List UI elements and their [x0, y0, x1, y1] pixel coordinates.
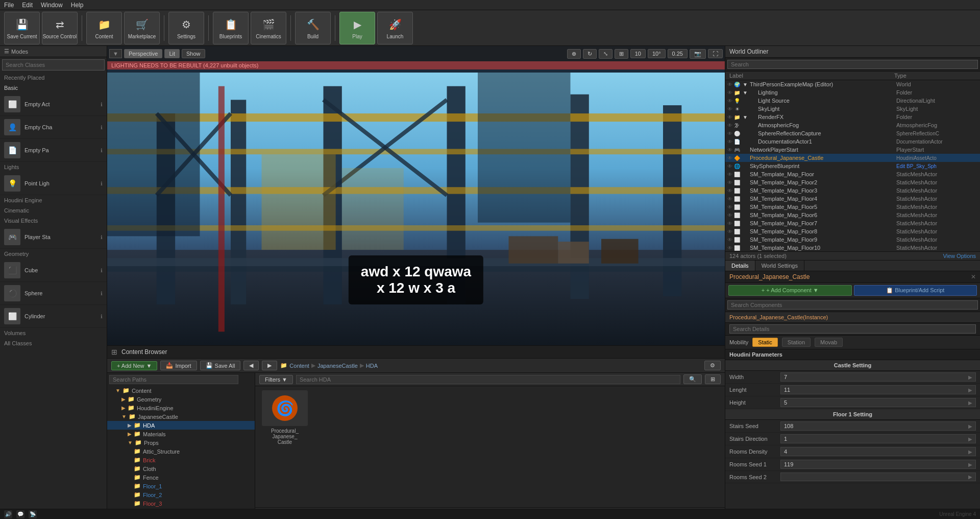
vp-perspective-btn[interactable]: Perspective: [124, 49, 162, 58]
add-component-button[interactable]: + + Add Component ▼: [728, 285, 852, 296]
mobility-station-button[interactable]: Station: [782, 338, 811, 347]
breadcrumb-hda[interactable]: HDA: [366, 363, 378, 369]
category-houdini[interactable]: Houdini Engine: [0, 195, 107, 205]
filters-button[interactable]: Filters ▼: [259, 375, 293, 384]
status-icon-2[interactable]: 💬: [16, 510, 24, 518]
vp-camera[interactable]: 📷: [690, 49, 706, 59]
outliner-floor3[interactable]: 👁⬜ SM_Template_Map_Floor3 StaticMeshActo…: [725, 186, 980, 195]
tree-cloth[interactable]: 📁 Cloth: [107, 464, 255, 473]
placement-item-empty-act[interactable]: ⬜ Empty Act ℹ: [0, 93, 107, 116]
placement-item-cylinder[interactable]: ⬜ Cylinder ℹ: [0, 305, 107, 328]
launch-button[interactable]: 🚀 Launch: [377, 12, 413, 44]
outliner-search-input[interactable]: [727, 60, 978, 69]
menu-help[interactable]: Help: [71, 2, 84, 9]
tab-details[interactable]: Details: [725, 261, 755, 271]
tree-houdini-engine[interactable]: ▶ 📁 HoudiniEngine: [107, 404, 255, 412]
vp-angle[interactable]: 10°: [648, 49, 666, 58]
outliner-renderfx[interactable]: 👁 📁 ▼ RenderFX Folder: [725, 113, 980, 121]
param-stairs-seed-value[interactable]: 108 ▶: [780, 421, 976, 431]
search-hda-input[interactable]: [296, 375, 680, 384]
outliner-doc-actor[interactable]: 👁 📄 DocumentationActor1 DocumentationAct…: [725, 137, 980, 146]
search-details-input[interactable]: [729, 324, 976, 334]
category-cinematic[interactable]: Cinematic: [0, 205, 107, 216]
import-button[interactable]: 📥 Import: [160, 361, 197, 370]
category-all-classes[interactable]: All Classes: [0, 338, 107, 348]
outliner-sphere-reflect[interactable]: 👁 ⚪ SphereReflectionCapture SphereReflec…: [725, 129, 980, 137]
tab-world-settings[interactable]: World Settings: [755, 261, 804, 271]
content-button[interactable]: 📁 Content: [86, 12, 122, 44]
outliner-atmospheric-fog[interactable]: 👁 🌫 AtmosphericFog AtmosphericFog: [725, 121, 980, 129]
search-components-input[interactable]: [727, 300, 978, 310]
placement-item-sphere[interactable]: ⚫ Sphere ℹ: [0, 282, 107, 305]
category-lights[interactable]: Lights: [0, 162, 107, 172]
vp-translate-btn[interactable]: ⊕: [567, 49, 581, 59]
vp-scale-val[interactable]: 0.25: [668, 49, 688, 58]
outliner-network-player[interactable]: 👁 🎮 NetworkPlayerStart PlayerStart: [725, 146, 980, 154]
vp-grid-size[interactable]: 10: [630, 49, 646, 58]
cb-forward-button[interactable]: ▶: [262, 361, 277, 370]
category-basic[interactable]: Basic: [0, 83, 107, 93]
vp-scale-btn[interactable]: ⤡: [599, 49, 612, 59]
viewport[interactable]: ▼ Perspective Lit Show ⊕ ↻ ⤡ ⊞ 10 10° 0.…: [107, 46, 725, 345]
outliner-sky-sphere[interactable]: 👁 🌐 SkySphereBlueprint Edit BP_Sky_Sph: [725, 162, 980, 170]
param-lenght-value[interactable]: 11 ▶: [780, 385, 976, 394]
asset-procedural-japanese-castle[interactable]: 🌀 Procedural_Japanese_Castle: [259, 390, 310, 445]
tree-japanese-castle[interactable]: ▼ 📁 JapaneseCastle: [107, 412, 255, 421]
view-options-link[interactable]: View Options: [943, 253, 976, 259]
tree-attic[interactable]: 📁 Attic_Structure: [107, 447, 255, 456]
marketplace-button[interactable]: 🛒 Marketplace: [124, 12, 160, 44]
cb-view-options-button[interactable]: ⊞: [705, 374, 721, 384]
menu-window[interactable]: Window: [41, 2, 63, 9]
outliner-procedural-castle[interactable]: 👁 🔶 Procedural_Japanese_Castle HoudiniAs…: [725, 154, 980, 162]
outliner-floor4[interactable]: 👁⬜ SM_Template_Map_Floor4 StaticMeshActo…: [725, 195, 980, 203]
param-rooms-density-value[interactable]: 4 ▶: [780, 447, 976, 456]
tree-props[interactable]: ▼ 📁 Props: [107, 438, 255, 447]
tree-content[interactable]: ▼ 📁 Content: [107, 386, 255, 395]
vp-rotate-btn[interactable]: ↻: [583, 49, 597, 59]
tree-floor1[interactable]: 📁 Floor_1: [107, 482, 255, 490]
outliner-world[interactable]: 👁 🌍 ▼ ThirdPersonExampleMap (Editor) Wor…: [725, 80, 980, 88]
outliner-floor7[interactable]: 👁⬜ SM_Template_Map_Floor7 StaticMeshActo…: [725, 219, 980, 227]
cinematics-button[interactable]: 🎬 Cinematics: [251, 12, 286, 44]
vp-show-btn[interactable]: Show: [182, 49, 205, 58]
param-height-value[interactable]: 5 ▶: [780, 398, 976, 407]
outliner-floor10[interactable]: 👁⬜ SM_Template_Map_Floor10 StaticMeshAct…: [725, 244, 980, 251]
blueprints-button[interactable]: 📋 Blueprints: [213, 12, 249, 44]
vp-dropdown[interactable]: ▼: [109, 49, 122, 58]
tree-geometry[interactable]: ▶ 📁 Geometry: [107, 395, 255, 404]
blueprint-add-script-button[interactable]: 📋 Blueprint/Add Script: [854, 285, 977, 296]
placement-item-empty-cha[interactable]: 👤 Empty Cha ℹ: [0, 116, 107, 139]
vp-maximize[interactable]: ⛶: [708, 49, 723, 58]
breadcrumb-japanese-castle[interactable]: JapaneseCastle: [317, 363, 358, 369]
tree-fence[interactable]: 📁 Fence: [107, 473, 255, 482]
tree-materials[interactable]: ▶ 📁 Materials: [107, 430, 255, 438]
category-visual-fx[interactable]: Visual Effects: [0, 216, 107, 226]
outliner-floor2[interactable]: 👁⬜ SM_Template_Map_Floor2 StaticMeshActo…: [725, 178, 980, 186]
add-new-button[interactable]: + Add New ▼: [111, 361, 157, 370]
play-button[interactable]: ▶ Play: [339, 12, 375, 44]
status-icon-1[interactable]: 🔊: [4, 510, 12, 518]
outliner-floor5[interactable]: 👁⬜ SM_Template_Map_Floor5 StaticMeshActo…: [725, 203, 980, 211]
cb-back-button[interactable]: ◀: [243, 361, 259, 370]
outliner-floor8[interactable]: 👁⬜ SM_Template_Map_Floor8 StaticMeshActo…: [725, 227, 980, 235]
outliner-lighting[interactable]: 👁 📁 ▼ Lighting Folder: [725, 88, 980, 97]
param-rooms-seed2-value[interactable]: ▶: [780, 473, 976, 481]
outliner-floor9[interactable]: 👁⬜ SM_Template_Map_Floor9 StaticMeshActo…: [725, 235, 980, 244]
placement-item-player-start[interactable]: 🎮 Player Sta ℹ: [0, 226, 107, 249]
category-volumes[interactable]: Volumes: [0, 328, 107, 338]
param-width-value[interactable]: 7 ▶: [780, 372, 976, 382]
save-current-button[interactable]: 💾 Save Current: [4, 12, 40, 44]
param-rooms-seed1-value[interactable]: 119 ▶: [780, 460, 976, 469]
menu-file[interactable]: File: [4, 2, 14, 9]
tree-floor3[interactable]: 📁 Floor_3: [107, 499, 255, 508]
build-button[interactable]: 🔨 Build: [295, 12, 331, 44]
mobility-static-button[interactable]: Static: [752, 338, 778, 347]
placement-item-point-light[interactable]: 💡 Point Ligh ℹ: [0, 172, 107, 195]
search-paths-input[interactable]: [109, 375, 238, 384]
tree-hda[interactable]: ▶ 📁 HDA: [107, 421, 255, 430]
vp-grid-btn[interactable]: ⊞: [615, 49, 628, 59]
outliner-light-source[interactable]: 👁 💡 Light Source DirectionalLight: [725, 97, 980, 105]
outliner-floor[interactable]: 👁⬜ SM_Template_Map_Floor StaticMeshActor: [725, 170, 980, 178]
cb-search-button[interactable]: 🔍: [683, 374, 702, 384]
save-all-button[interactable]: 💾 Save All: [200, 361, 241, 370]
